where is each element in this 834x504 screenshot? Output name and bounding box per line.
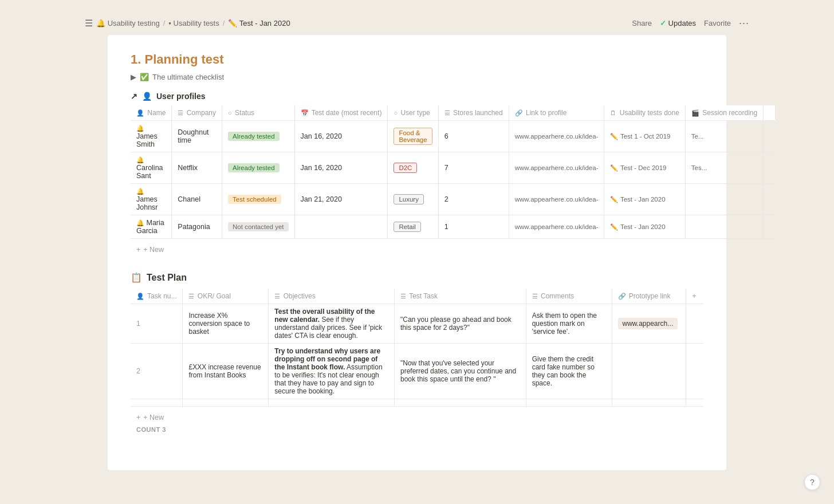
table-row[interactable]: 🔔 Maria Garcia Patagonia Not contacted y…	[131, 215, 775, 239]
cell-status: Not contacted yet	[222, 215, 295, 239]
cell-user-type: Food & Beverage	[388, 121, 438, 152]
cell-stores: 2	[438, 184, 509, 215]
cell-comments: Give them the credit card fake number so…	[526, 344, 612, 399]
table-row[interactable]: 🔔 Carolina Sant Netflix Already tested J…	[131, 152, 775, 184]
tp-col-okr: ☰ OKR/ Goal	[183, 289, 269, 304]
table-row[interactable]	[131, 399, 703, 407]
breadcrumb-item-2[interactable]: ▪ Usability tests	[168, 19, 219, 27]
cell-prototype-link: www.appearch...	[612, 304, 686, 344]
cell-user-type: Luxury	[388, 184, 438, 215]
cell-stores: 7	[438, 152, 509, 184]
cell-okr-goal	[183, 399, 269, 407]
table-row[interactable]: 🔔 James Smith Doughnut time Already test…	[131, 121, 775, 152]
cell-task-num: 2	[131, 344, 183, 399]
cell-objectives: Test the overall usability of the new ca…	[269, 304, 395, 344]
cell-extra	[764, 121, 776, 152]
tp-col-add[interactable]: +	[686, 289, 703, 304]
col-stores: ☰ Stores launched	[438, 105, 509, 121]
test-plan-add-new[interactable]: + + New	[131, 411, 703, 424]
cell-stores: 1	[438, 215, 509, 239]
col-company: ☰ Company	[172, 105, 222, 121]
cell-okr-goal: £XXX increase revenue from Instant Books	[183, 344, 269, 399]
checkmark-icon: ✓	[660, 19, 666, 27]
row-icon: 🔔	[136, 125, 144, 132]
user-profiles-add-new[interactable]: + + New	[131, 243, 703, 256]
cell-test-date: Jan 16, 2020	[294, 121, 388, 152]
cell-session: Tes...	[685, 152, 763, 184]
menu-icon[interactable]: ☰	[85, 18, 93, 29]
table-row[interactable]: 1 Increase X% conversion space to basket…	[131, 304, 703, 344]
share-button[interactable]: Share	[632, 19, 652, 27]
cell-company: Doughnut time	[172, 121, 222, 152]
topbar-actions: Share ✓ Updates Favorite ···	[632, 17, 749, 29]
checklist-label: The ultimate checklist	[152, 73, 224, 81]
arrow-icon: ↗	[131, 92, 137, 101]
checklist-emoji: ✅	[140, 73, 149, 81]
cell-user-type: Retail	[388, 215, 438, 239]
col-profile-link: 🔗 Link to profile	[509, 105, 604, 121]
cell-okr-goal: Increase X% conversion space to basket	[183, 304, 269, 344]
cell-usability-done: ✏️ Test - Dec 2019	[604, 152, 685, 184]
col-extra	[764, 105, 776, 121]
count-row: COUNT 3	[131, 424, 703, 435]
col-session: 🎬 Session recording	[685, 105, 763, 121]
updates-button[interactable]: ✓ Updates	[660, 19, 696, 27]
tp-col-prototype: 🔗 Prototype link	[612, 289, 686, 304]
cell-test-date: Jan 16, 2020	[294, 152, 388, 184]
doc-icon: ✏️	[610, 133, 618, 140]
cell-profile-link: www.appearhere.co.uk/idea-	[509, 184, 604, 215]
col-status: ○ Status	[222, 105, 295, 121]
cell-task-num: 1	[131, 304, 183, 344]
cell-session	[685, 215, 763, 239]
cell-test-task: "Can you please go ahead and book this s…	[395, 304, 526, 344]
breadcrumb-sep-1: /	[163, 19, 166, 27]
test-plan-table: 👤 Task nu... ☰ OKR/ Goal ☰ Objectives ☰ …	[131, 289, 703, 407]
topbar: ☰ 🔔 Usability testing / ▪ Usability test…	[73, 11, 761, 35]
user-profiles-title: User profiles	[156, 92, 206, 101]
table-row[interactable]: 🔔 James Johnsr Chanel Test scheduled Jan…	[131, 184, 775, 215]
cell-name: 🔔 Maria Garcia	[131, 215, 172, 239]
tp-col-objectives: ☰ Objectives	[269, 289, 395, 304]
col-user-type: ○ User type	[388, 105, 438, 121]
cell-comments: Ask them to open the question mark on 's…	[526, 304, 612, 344]
tp-col-num: 👤 Task nu...	[131, 289, 183, 304]
cell-extra	[764, 184, 776, 215]
cell-test-date: Jan 21, 2020	[294, 184, 388, 215]
cell-name: 🔔 James Johnsr	[131, 184, 172, 215]
breadcrumb-sep-2: /	[223, 19, 225, 27]
favorite-button[interactable]: Favorite	[704, 19, 731, 27]
user-profiles-header[interactable]: ↗ 👤 User profiles	[131, 92, 703, 101]
doc-icon: ✏️	[610, 196, 618, 203]
cell-profile-link: www.appearhere.co.uk/idea-	[509, 121, 604, 152]
main-content: 1. Planning test ▶ ✅ The ultimate checkl…	[108, 35, 726, 470]
cell-task-num	[131, 399, 183, 407]
row-icon: 🔔	[136, 156, 144, 163]
checklist-link[interactable]: ▶ ✅ The ultimate checklist	[131, 73, 703, 81]
breadcrumb-item-1[interactable]: 🔔 Usability testing	[96, 19, 160, 27]
cell-extra	[764, 152, 776, 184]
help-button[interactable]: ?	[804, 474, 820, 490]
test-plan-title: Test Plan	[147, 273, 187, 283]
cell-status: Already tested	[222, 152, 295, 184]
checklist-arrow-icon: ▶	[131, 73, 136, 81]
breadcrumb: ☰ 🔔 Usability testing / ▪ Usability test…	[85, 18, 290, 29]
cell-user-type: D2C	[388, 152, 438, 184]
cell-plus	[686, 304, 703, 344]
user-profiles-table: 👤 Name ☰ Company ○ Status 📅 Test date (m…	[131, 105, 775, 239]
plus-icon: +	[136, 246, 140, 254]
more-options-button[interactable]: ···	[739, 17, 749, 29]
planning-test-title: 1. Planning test	[131, 52, 703, 67]
square-icon: ▪	[168, 19, 171, 27]
cell-test-task: "Now that you've selected your preferred…	[395, 344, 526, 399]
col-usability-done: 🗒 Usability tests done	[604, 105, 685, 121]
cell-plus	[686, 344, 703, 399]
cell-company: Netflix	[172, 152, 222, 184]
cell-objectives: Try to understand why users are dropping…	[269, 344, 395, 399]
row-icon: 🔔	[136, 219, 144, 226]
tp-col-comments: ☰ Comments	[526, 289, 612, 304]
col-test-date: 📅 Test date (most recent)	[294, 105, 388, 121]
cell-name: 🔔 James Smith	[131, 121, 172, 152]
cell-usability-done: ✏️ Test - Jan 2020	[604, 215, 685, 239]
table-row[interactable]: 2 £XXX increase revenue from Instant Boo…	[131, 344, 703, 399]
tp-col-test-task: ☰ Test Task	[395, 289, 526, 304]
